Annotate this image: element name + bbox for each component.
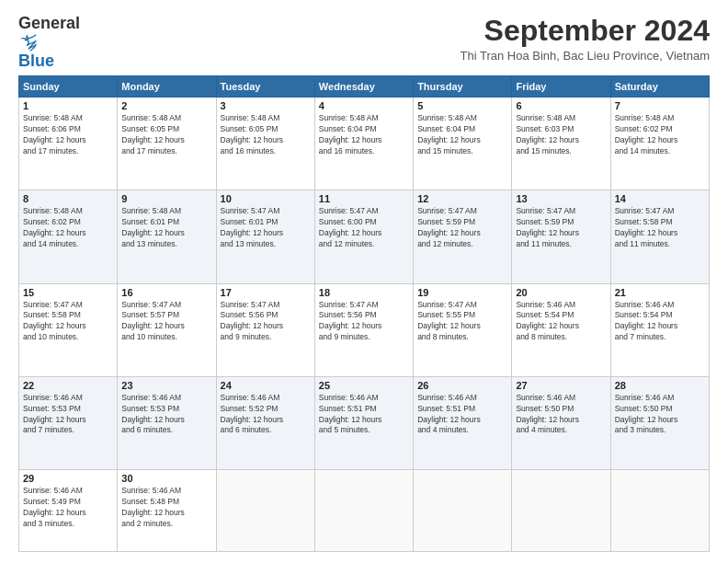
week-row-3: 15 Sunrise: 5:47 AMSunset: 5:58 PMDaylig… [19, 283, 710, 376]
day-2: 2 Sunrise: 5:48 AMSunset: 6:05 PMDayligh… [118, 98, 216, 190]
day-27: 27 Sunrise: 5:46 AMSunset: 5:50 PMDaylig… [512, 376, 610, 469]
day-19: 19 Sunrise: 5:47 AMSunset: 5:55 PMDaylig… [414, 283, 512, 376]
col-saturday: Saturday [610, 76, 709, 98]
day-13: 13 Sunrise: 5:47 AMSunset: 5:59 PMDaylig… [512, 190, 610, 283]
empty-3 [414, 470, 512, 552]
empty-5 [610, 470, 709, 552]
day-20: 20 Sunrise: 5:46 AMSunset: 5:54 PMDaylig… [512, 283, 610, 376]
day-6: 6 Sunrise: 5:48 AMSunset: 6:03 PMDayligh… [512, 98, 610, 190]
col-wednesday: Wednesday [314, 76, 413, 98]
col-sunday: Sunday [19, 76, 118, 98]
day-17: 17 Sunrise: 5:47 AMSunset: 5:56 PMDaylig… [216, 283, 314, 376]
day-24: 24 Sunrise: 5:46 AMSunset: 5:52 PMDaylig… [216, 376, 314, 469]
week-row-1: 1 Sunrise: 5:48 AMSunset: 6:06 PMDayligh… [19, 98, 710, 190]
day-9: 9 Sunrise: 5:48 AMSunset: 6:01 PMDayligh… [118, 190, 216, 283]
day-4: 4 Sunrise: 5:48 AMSunset: 6:04 PMDayligh… [314, 98, 413, 190]
location: Thi Tran Hoa Binh, Bac Lieu Province, Vi… [101, 49, 710, 63]
day-1: 1 Sunrise: 5:48 AMSunset: 6:06 PMDayligh… [19, 98, 118, 190]
week-row-2: 8 Sunrise: 5:48 AMSunset: 6:02 PMDayligh… [19, 190, 710, 283]
empty-4 [512, 470, 610, 552]
day-28: 28 Sunrise: 5:46 AMSunset: 5:50 PMDaylig… [610, 376, 709, 469]
page: General Blue September 2024 Thi Tran Hoa… [0, 0, 728, 563]
day-3: 3 Sunrise: 5:48 AMSunset: 6:05 PMDayligh… [216, 98, 314, 190]
day-11: 11 Sunrise: 5:47 AMSunset: 6:00 PMDaylig… [314, 190, 413, 283]
day-25: 25 Sunrise: 5:46 AMSunset: 5:51 PMDaylig… [314, 376, 413, 469]
logo-general-text: General [18, 14, 80, 32]
day-7: 7 Sunrise: 5:48 AMSunset: 6:02 PMDayligh… [610, 98, 709, 190]
empty-2 [314, 470, 413, 552]
month-title: September 2024 [101, 15, 710, 47]
day-30: 30 Sunrise: 5:46 AMSunset: 5:48 PMDaylig… [118, 470, 216, 552]
day-23: 23 Sunrise: 5:46 AMSunset: 5:53 PMDaylig… [118, 376, 216, 469]
calendar-header-row: Sunday Monday Tuesday Wednesday Thursday… [19, 76, 710, 98]
day-15: 15 Sunrise: 5:47 AMSunset: 5:58 PMDaylig… [19, 283, 118, 376]
day-18: 18 Sunrise: 5:47 AMSunset: 5:56 PMDaylig… [314, 283, 413, 376]
week-row-5: 29 Sunrise: 5:46 AMSunset: 5:49 PMDaylig… [19, 470, 710, 552]
col-thursday: Thursday [414, 76, 512, 98]
title-block: September 2024 Thi Tran Hoa Binh, Bac Li… [101, 15, 710, 63]
col-friday: Friday [512, 76, 610, 98]
day-8: 8 Sunrise: 5:48 AMSunset: 6:02 PMDayligh… [19, 190, 118, 283]
empty-1 [216, 470, 314, 552]
col-tuesday: Tuesday [216, 76, 314, 98]
col-monday: Monday [118, 76, 216, 98]
day-26: 26 Sunrise: 5:46 AMSunset: 5:51 PMDaylig… [414, 376, 512, 469]
week-row-4: 22 Sunrise: 5:46 AMSunset: 5:53 PMDaylig… [19, 376, 710, 469]
logo-blue-text: Blue [18, 52, 54, 70]
day-22: 22 Sunrise: 5:46 AMSunset: 5:53 PMDaylig… [19, 376, 118, 469]
header: General Blue September 2024 Thi Tran Hoa… [18, 15, 710, 70]
day-16: 16 Sunrise: 5:47 AMSunset: 5:57 PMDaylig… [118, 283, 216, 376]
logo: General Blue [18, 15, 101, 70]
day-10: 10 Sunrise: 5:47 AMSunset: 6:01 PMDaylig… [216, 190, 314, 283]
day-14: 14 Sunrise: 5:47 AMSunset: 5:58 PMDaylig… [610, 190, 709, 283]
logo-bird-icon [18, 32, 39, 52]
calendar: Sunday Monday Tuesday Wednesday Thursday… [18, 75, 710, 552]
day-12: 12 Sunrise: 5:47 AMSunset: 5:59 PMDaylig… [414, 190, 512, 283]
day-29: 29 Sunrise: 5:46 AMSunset: 5:49 PMDaylig… [19, 470, 118, 552]
day-21: 21 Sunrise: 5:46 AMSunset: 5:54 PMDaylig… [610, 283, 709, 376]
day-5: 5 Sunrise: 5:48 AMSunset: 6:04 PMDayligh… [414, 98, 512, 190]
